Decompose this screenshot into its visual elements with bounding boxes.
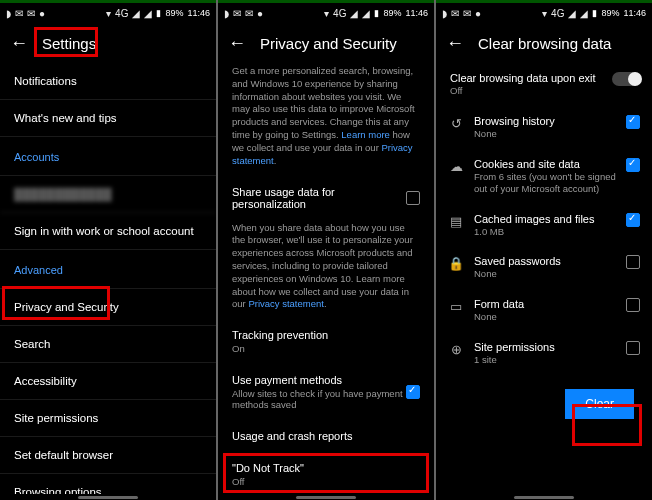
statusbar: ◗✉✉● ▾4G◢◢ ▮89%11:46 (436, 3, 652, 23)
form-icon: ▭ (448, 299, 464, 314)
section-accounts: Accounts (0, 137, 216, 176)
cbd-item-form-data[interactable]: ▭Form dataNone (436, 289, 652, 332)
cbd-item-sub: From 6 sites (you won't be signed out of… (474, 171, 616, 195)
item-account-redacted[interactable]: ████████████ (0, 176, 216, 213)
cbd-item-label: Form data (474, 298, 524, 310)
screen-settings: ◗✉✉● ▾4G◢◢ ▮89% 11:46 ← Settings Notific… (0, 0, 216, 500)
learn-more-link[interactable]: Learn more (341, 129, 390, 140)
cbd-item-saved-passwords[interactable]: 🔒Saved passwordsNone (436, 246, 652, 289)
checkbox[interactable] (626, 341, 640, 355)
cbd-item-label: Site permissions (474, 341, 555, 353)
cbd-item-browsing-history[interactable]: ↺Browsing historyNone (436, 106, 652, 149)
personalized-desc: Get a more personalized search, browsing… (218, 63, 434, 176)
item-whats-new[interactable]: What's new and tips (0, 100, 216, 137)
page-title: Privacy and Security (260, 35, 397, 52)
cbd-item-site-permissions[interactable]: ⊕Site permissions1 site (436, 332, 652, 375)
checkbox[interactable] (626, 255, 640, 269)
cbd-item-sub: None (474, 128, 616, 140)
cbd-item-label: Cached images and files (474, 213, 594, 225)
checkbox[interactable] (626, 213, 640, 227)
history-icon: ↺ (448, 116, 464, 131)
item-do-not-track[interactable]: "Do Not Track"Off (218, 452, 434, 494)
lock-icon: 🔒 (448, 256, 464, 271)
cbd-item-label: Cookies and site data (474, 158, 580, 170)
share-usage-desc: When you share data about how you use th… (218, 220, 434, 320)
item-sign-in-work[interactable]: Sign in with work or school account (0, 213, 216, 250)
item-accessibility[interactable]: Accessibility (0, 363, 216, 400)
checkbox-share-usage[interactable] (406, 191, 420, 205)
back-icon[interactable]: ← (10, 33, 28, 54)
cbd-item-sub: 1 site (474, 354, 616, 366)
switch-upon-exit[interactable] (612, 72, 640, 86)
item-usage-crash[interactable]: Usage and crash reports (218, 420, 434, 452)
item-search[interactable]: Search (0, 326, 216, 363)
item-privacy-security[interactable]: Privacy and Security (0, 289, 216, 326)
item-site-permissions[interactable]: Site permissions (0, 400, 216, 437)
screen-privacy-security: ◗✉✉● ▾4G◢◢ ▮89%11:46 ← Privacy and Secur… (218, 0, 434, 500)
cbd-item-cookies-and-site-data[interactable]: ☁Cookies and site dataFrom 6 sites (you … (436, 149, 652, 204)
clear-button[interactable]: Clear (565, 389, 634, 419)
battery-pct: 89% (165, 8, 183, 18)
item-share-usage[interactable]: Share usage data for personalization (218, 176, 434, 220)
statusbar: ◗✉✉● ▾4G◢◢ ▮89% 11:46 (0, 3, 216, 23)
cbd-item-cached-images-and-files[interactable]: ▤Cached images and files1.0 MB (436, 204, 652, 247)
checkbox[interactable] (626, 115, 640, 129)
cbd-item-label: Browsing history (474, 115, 555, 127)
image-icon: ▤ (448, 214, 464, 229)
checkbox[interactable] (626, 158, 640, 172)
privacy-statement-link-2[interactable]: Privacy statement (248, 298, 324, 309)
cbd-item-sub: None (474, 268, 616, 280)
checkbox-payment[interactable] (406, 385, 420, 399)
statusbar: ◗✉✉● ▾4G◢◢ ▮89%11:46 (218, 3, 434, 23)
toolbar: ← Settings (0, 23, 216, 63)
cloud-icon: ☁ (448, 159, 464, 174)
back-icon[interactable]: ← (228, 33, 246, 54)
checkbox[interactable] (626, 298, 640, 312)
item-default-browser[interactable]: Set default browser (0, 437, 216, 474)
section-advanced: Advanced (0, 250, 216, 289)
item-payment-methods[interactable]: Use payment methodsAllow sites to check … (218, 364, 434, 420)
cbd-item-sub: None (474, 311, 616, 323)
item-tracking-prevention[interactable]: Tracking preventionOn (218, 319, 434, 364)
page-title: Settings (42, 35, 96, 52)
globe-icon: ⊕ (448, 342, 464, 357)
back-icon[interactable]: ← (446, 33, 464, 54)
cbd-item-label: Saved passwords (474, 255, 561, 267)
clock: 11:46 (187, 8, 210, 18)
screen-clear-browsing-data: ◗✉✉● ▾4G◢◢ ▮89%11:46 ← Clear browsing da… (436, 0, 652, 500)
item-upon-exit[interactable]: Clear browsing data upon exitOff (436, 63, 652, 106)
item-browsing-options[interactable]: Browsing options (0, 474, 216, 494)
page-title: Clear browsing data (478, 35, 611, 52)
item-notifications[interactable]: Notifications (0, 63, 216, 100)
cbd-item-sub: 1.0 MB (474, 226, 616, 238)
